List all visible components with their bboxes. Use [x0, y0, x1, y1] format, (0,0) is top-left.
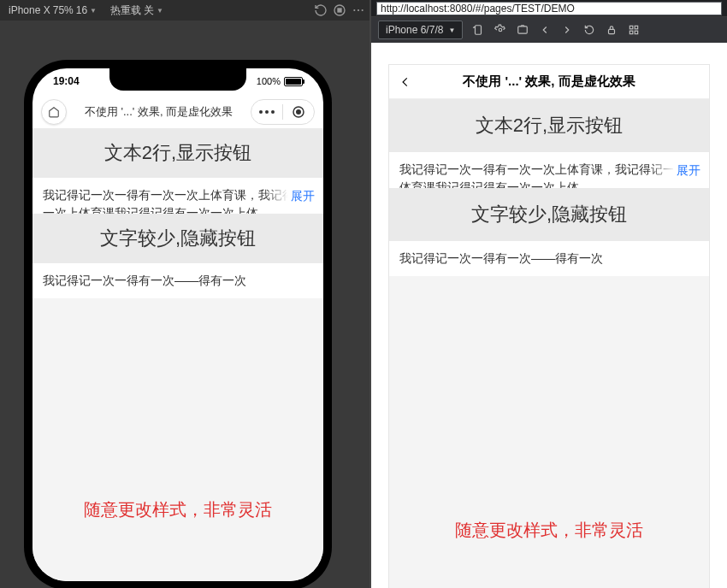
- svg-point-9: [297, 110, 301, 115]
- nav-title: 不使用 '...' 效果, 而是虚化效果: [74, 104, 244, 120]
- fontsize-label: 16: [76, 4, 87, 16]
- simulator-screen: 19:04 100% 不使用 '...' 效果, 而是虚化效果: [33, 68, 323, 581]
- reload-icon[interactable]: [582, 23, 596, 37]
- expand-button[interactable]: 展开: [287, 187, 315, 205]
- right-devtools-panel: iPhone 6/7/8 ▼ 不使用 '...' 效果, 而是虚化效果 文本2行…: [369, 0, 727, 588]
- svg-rect-15: [635, 26, 638, 28]
- settings-icon[interactable]: [494, 23, 507, 37]
- device-label: iPhone 6/7/8: [386, 24, 443, 36]
- svg-point-7: [271, 110, 275, 114]
- battery-pct: 100%: [257, 76, 281, 86]
- svg-point-5: [259, 110, 263, 114]
- text-block-2: 我记得记一次一得有一次——得有一次: [389, 241, 709, 276]
- svg-point-4: [362, 9, 364, 11]
- address-input[interactable]: [376, 2, 722, 15]
- preview-device: 不使用 '...' 效果, 而是虚化效果 文本2行,显示按钮 我记得记一次一得有…: [389, 65, 709, 588]
- rotate-icon[interactable]: [471, 23, 485, 37]
- left-devtools-panel: iPhone X 75% 16 ▼ 热重载 关 ▼ 19:04 100%: [0, 0, 369, 588]
- page-content: 文本2行,显示按钮 我记得记一次一得有一次一次上体育课，我记得记一次上体育课我记…: [33, 128, 323, 581]
- svg-rect-13: [609, 29, 615, 33]
- more-icon[interactable]: [351, 3, 366, 18]
- hot-reload-state: 关: [144, 3, 154, 18]
- text-block-1: 我记得记一次一得有一次一次上体育课，我记得记一次上体育课我记得记得有一次一次上体…: [33, 178, 323, 214]
- device-stage: 不使用 '...' 效果, 而是虚化效果 文本2行,显示按钮 我记得记一次一得有…: [371, 43, 727, 588]
- refresh-icon[interactable]: [313, 3, 328, 18]
- svg-rect-1: [338, 9, 341, 12]
- svg-point-3: [358, 9, 359, 11]
- section-heading-2: 文字较少,隐藏按钮: [33, 214, 323, 263]
- fade-mask: [649, 152, 675, 188]
- section-heading-1: 文本2行,显示按钮: [33, 128, 323, 178]
- hot-reload-label: 热重载: [110, 3, 141, 18]
- footer-note: 随意更改样式，非常灵活: [389, 519, 709, 542]
- svg-rect-16: [630, 31, 634, 34]
- section-heading-2: 文字较少,隐藏按钮: [389, 188, 709, 241]
- svg-rect-14: [630, 26, 634, 28]
- svg-rect-10: [476, 26, 482, 35]
- zoom-label: 75%: [53, 4, 74, 16]
- svg-rect-12: [518, 26, 528, 33]
- capsule-menu-button[interactable]: [251, 109, 282, 115]
- device-notch: [109, 68, 246, 91]
- mp-capsule: [251, 99, 315, 125]
- address-row: [371, 0, 727, 17]
- footer-note: 随意更改样式，非常灵活: [33, 498, 323, 521]
- screenshot-icon[interactable]: [516, 23, 529, 37]
- device-dropdown[interactable]: iPhone X 75% 16 ▼: [3, 3, 102, 18]
- arrow-left-icon[interactable]: [538, 23, 552, 37]
- arrow-right-icon[interactable]: [560, 23, 574, 37]
- section-heading-1: 文本2行,显示按钮: [389, 99, 709, 152]
- battery-icon: [284, 77, 303, 86]
- mp-nav-bar: 不使用 '...' 效果, 而是虚化效果: [33, 97, 323, 126]
- chevron-down-icon: ▼: [157, 7, 163, 15]
- hot-reload-dropdown[interactable]: 热重载 关 ▼: [105, 2, 168, 20]
- lock-icon[interactable]: [605, 23, 618, 37]
- chevron-down-icon: ▼: [448, 26, 455, 34]
- svg-point-6: [265, 110, 269, 114]
- text-body-2: 我记得记一次一得有一次——得有一次: [43, 273, 246, 287]
- left-topbar: iPhone X 75% 16 ▼ 热重载 关 ▼: [0, 0, 369, 21]
- status-battery: 100%: [257, 76, 303, 86]
- page-content: 文本2行,显示按钮 我记得记一次一得有一次一次上体育课，我记得记一次上体育课我记…: [389, 99, 709, 588]
- chevron-down-icon: ▼: [90, 7, 97, 15]
- svg-point-2: [353, 9, 355, 11]
- fade-mask: [263, 178, 289, 214]
- nav-title: 不使用 '...' 效果, 而是虚化效果: [389, 74, 709, 90]
- home-button[interactable]: [41, 99, 67, 125]
- svg-point-11: [499, 28, 503, 32]
- qr-icon[interactable]: [627, 23, 641, 37]
- svg-rect-17: [635, 31, 638, 34]
- simulator-frame: 19:04 100% 不使用 '...' 效果, 而是虚化效果: [24, 60, 332, 588]
- expand-button[interactable]: 展开: [673, 162, 700, 179]
- device-label: iPhone X: [9, 4, 50, 16]
- status-time: 19:04: [53, 75, 80, 87]
- text-block-2: 我记得记一次一得有一次——得有一次: [33, 263, 323, 298]
- text-block-1: 我记得记一次一得有一次一次上体育课，我记得记一次上体育课我记得记得有一次一次上体…: [389, 152, 709, 188]
- stop-icon[interactable]: [332, 3, 347, 18]
- h5-nav-bar: 不使用 '...' 效果, 而是虚化效果: [389, 65, 709, 99]
- text-body-2: 我记得记一次一得有一次——得有一次: [399, 251, 603, 265]
- devtools-toolbar: iPhone 6/7/8 ▼: [371, 17, 727, 43]
- device-dropdown[interactable]: iPhone 6/7/8 ▼: [378, 21, 463, 39]
- capsule-close-button[interactable]: [283, 104, 314, 120]
